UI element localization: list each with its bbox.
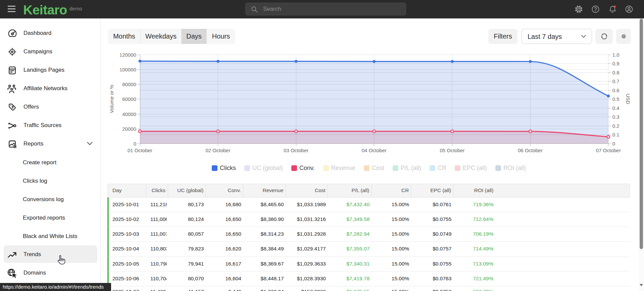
svg-text:40000: 40000 (122, 111, 136, 117)
svg-text:1.0: 1.0 (612, 52, 620, 58)
svg-text:0.5: 0.5 (612, 96, 620, 102)
svg-text:0.4: 0.4 (612, 105, 620, 111)
svg-text:04 October: 04 October (362, 148, 387, 153)
svg-text:03 October: 03 October (284, 148, 308, 153)
svg-text:20000: 20000 (122, 126, 136, 132)
svg-text:06 October: 06 October (518, 148, 543, 153)
svg-text:0.6: 0.6 (612, 88, 620, 93)
svg-text:07 October: 07 October (596, 148, 621, 153)
svg-text:02 October: 02 October (205, 148, 230, 153)
svg-text:Volume or %: Volume or % (109, 84, 114, 113)
svg-text:USD: USD (625, 94, 631, 104)
svg-text:120000: 120000 (119, 52, 136, 58)
svg-text:0.9: 0.9 (612, 61, 620, 66)
svg-text:0.2: 0.2 (612, 123, 620, 129)
svg-text:0.3: 0.3 (612, 114, 620, 120)
svg-text:0: 0 (612, 141, 615, 147)
svg-text:05 October: 05 October (440, 148, 464, 153)
svg-text:0: 0 (134, 141, 136, 147)
svg-text:100000: 100000 (119, 67, 136, 72)
svg-text:0.1: 0.1 (612, 132, 620, 137)
svg-text:0.7: 0.7 (612, 78, 620, 84)
svg-text:60000: 60000 (122, 96, 136, 102)
svg-text:01 October: 01 October (128, 148, 152, 153)
svg-text:80000: 80000 (122, 81, 136, 87)
svg-text:0.8: 0.8 (612, 70, 620, 75)
